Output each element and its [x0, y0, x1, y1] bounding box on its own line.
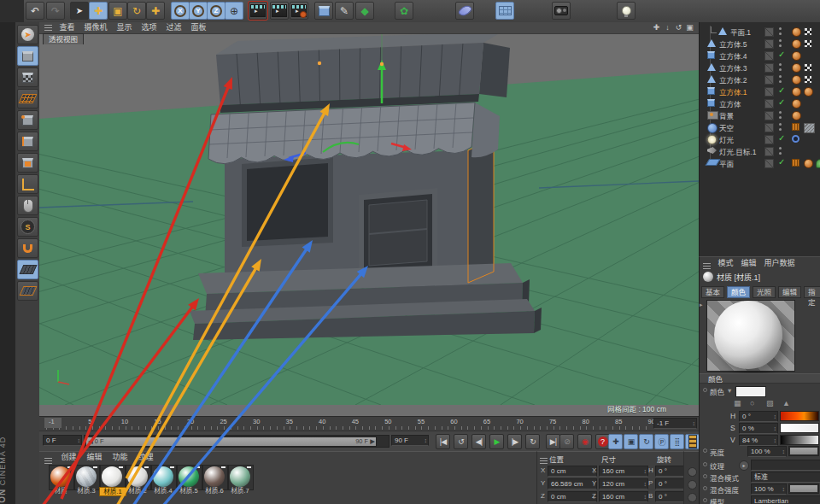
- viewport-rotate-icon[interactable]: ↺: [673, 22, 684, 33]
- attribute-menu-icon[interactable]: [703, 263, 711, 269]
- record-keyframe-button[interactable]: ⊘: [559, 434, 574, 449]
- loop-button[interactable]: ↻: [525, 434, 540, 449]
- record-rotation-button[interactable]: ↻: [639, 434, 653, 449]
- attr-menu-1[interactable]: 编辑: [741, 257, 756, 269]
- layer-square[interactable]: [764, 63, 774, 73]
- texture-field[interactable]: [751, 460, 820, 471]
- viewport-tab[interactable]: 透视视图: [43, 33, 84, 44]
- hsv-bar-H[interactable]: [780, 411, 819, 421]
- rotate-tool-icon[interactable]: ↻: [127, 2, 146, 20]
- points-mode-icon[interactable]: [17, 110, 38, 130]
- add-environment-icon[interactable]: [495, 2, 514, 20]
- hsv-field-S[interactable]: 0 %↕: [739, 423, 778, 434]
- last-tool-icon[interactable]: ✚: [146, 2, 165, 20]
- viewport-toggle-icon[interactable]: ▣: [684, 22, 695, 33]
- sketch-tag-icon[interactable]: [804, 123, 815, 133]
- object-row-立方体.2[interactable]: 立方体.2: [700, 73, 820, 85]
- attr-menu-2[interactable]: 用户数据: [764, 257, 794, 269]
- layer-square[interactable]: [764, 39, 774, 49]
- z-axis-lock-icon[interactable]: Z: [207, 2, 226, 20]
- uvw-tag-icon[interactable]: [804, 75, 812, 84]
- coordinate-system-icon[interactable]: ⊕: [225, 2, 243, 20]
- material-tag-icon[interactable]: [792, 99, 801, 108]
- magnet-icon[interactable]: [17, 238, 38, 258]
- coord-field-0-Y[interactable]: 66.589 cm↕: [548, 478, 597, 489]
- coord-field-0-X[interactable]: 0 cm↕: [548, 466, 597, 477]
- polygons-mode-icon[interactable]: [17, 153, 38, 173]
- enabled-check-icon[interactable]: ✓: [778, 157, 785, 167]
- material-menu-icon[interactable]: [44, 458, 52, 464]
- layer-square[interactable]: [764, 27, 774, 37]
- object-row-立方体.3[interactable]: 立方体.3: [700, 62, 820, 73]
- material-preview[interactable]: [706, 300, 795, 372]
- visibility-dots-icon[interactable]: [778, 146, 782, 156]
- move-tool-icon[interactable]: ✚: [89, 2, 108, 20]
- object-row-灯光.目标.1[interactable]: 灯光.目标.1: [700, 145, 820, 157]
- compositing-tag-icon[interactable]: [792, 159, 800, 167]
- scale-tool-icon[interactable]: ▣: [108, 2, 127, 20]
- layer-square[interactable]: [764, 159, 774, 168]
- visibility-dots-icon[interactable]: [778, 62, 782, 73]
- lock-x-icon[interactable]: [688, 467, 697, 477]
- viewport-menu-icon[interactable]: [44, 25, 52, 31]
- tab-指定[interactable]: 指定: [804, 286, 820, 298]
- visibility-dots-icon[interactable]: [778, 26, 782, 37]
- add-light-icon[interactable]: [617, 2, 636, 20]
- object-row-灯光[interactable]: 灯光✓: [700, 133, 820, 145]
- material-tag-icon[interactable]: [792, 111, 801, 120]
- mix-mode-dropdown[interactable]: 标准: [751, 472, 820, 483]
- render-picture-viewer-icon[interactable]: [270, 2, 289, 20]
- color-expand-icon[interactable]: ▾: [728, 386, 731, 395]
- layer-square[interactable]: [764, 147, 774, 156]
- render-settings-icon[interactable]: [290, 2, 308, 20]
- tab-基本[interactable]: 基本: [701, 286, 724, 298]
- mixstrength-anim-dot[interactable]: [703, 486, 707, 490]
- add-generator-icon[interactable]: ◆: [355, 2, 374, 20]
- viewport-menu-4[interactable]: 过滤: [167, 22, 182, 33]
- material-tag-icon[interactable]: [804, 87, 813, 97]
- brightness-anim-dot[interactable]: [703, 448, 707, 453]
- material-tag-icon[interactable]: [792, 51, 801, 61]
- material-tag-icon[interactable]: [792, 63, 801, 73]
- redo-icon[interactable]: ↷: [46, 2, 65, 20]
- workplane-mode-icon[interactable]: [17, 260, 38, 279]
- visibility-dots-icon[interactable]: [778, 110, 782, 120]
- color-swatch[interactable]: [735, 386, 766, 397]
- texture-anim-dot[interactable]: [703, 462, 707, 466]
- spectrum-picker-icon[interactable]: ▲: [782, 399, 790, 407]
- edges-mode-icon[interactable]: [17, 132, 38, 151]
- mixmode-anim-dot[interactable]: [703, 474, 707, 478]
- material-tag-icon[interactable]: [792, 87, 801, 97]
- previous-frame-button[interactable]: ◀|: [472, 434, 486, 449]
- autokey-button[interactable]: ◉: [577, 434, 592, 449]
- layer-square[interactable]: [764, 51, 774, 61]
- compact-picker-icon[interactable]: ▦: [734, 399, 741, 407]
- uvw-tag-icon[interactable]: [804, 63, 812, 72]
- hsv-field-V[interactable]: 84 %↕: [739, 435, 778, 446]
- material-tag-icon[interactable]: [792, 39, 801, 49]
- layer-square[interactable]: [764, 123, 774, 132]
- y-axis-lock-icon[interactable]: Y: [189, 2, 208, 20]
- layer-square[interactable]: [764, 99, 774, 108]
- preview-expand-icon[interactable]: ▸: [700, 302, 703, 308]
- viewport-menu-5[interactable]: 面板: [191, 22, 207, 33]
- model-anim-dot[interactable]: [703, 498, 707, 502]
- viewport-menu-1[interactable]: 摄像机: [85, 22, 108, 33]
- uvw-tag-icon[interactable]: [804, 39, 812, 48]
- grass-tag-icon[interactable]: [816, 159, 820, 168]
- layer-square[interactable]: [764, 75, 774, 85]
- undo-icon[interactable]: ↶: [26, 2, 44, 20]
- wheel-picker-icon[interactable]: ○: [750, 399, 754, 407]
- object-row-立方体.1[interactable]: 立方体.1✓: [700, 85, 820, 97]
- material-menu-1[interactable]: 编辑: [86, 452, 102, 463]
- mix-strength-field[interactable]: 100 %↕: [751, 483, 787, 495]
- enabled-check-icon[interactable]: ✓: [778, 97, 785, 107]
- record-position-button[interactable]: ✚: [608, 434, 623, 449]
- material-tag-icon[interactable]: [792, 27, 801, 37]
- render-view-icon[interactable]: [249, 2, 267, 20]
- brightness-field[interactable]: 100 %↕: [747, 446, 787, 457]
- coord-field-0-Z[interactable]: 0 cm↕: [548, 491, 597, 502]
- record-pla-button[interactable]: ⣿: [670, 434, 684, 449]
- color-anim-dot[interactable]: [703, 388, 707, 392]
- play-button[interactable]: ▶: [489, 434, 504, 449]
